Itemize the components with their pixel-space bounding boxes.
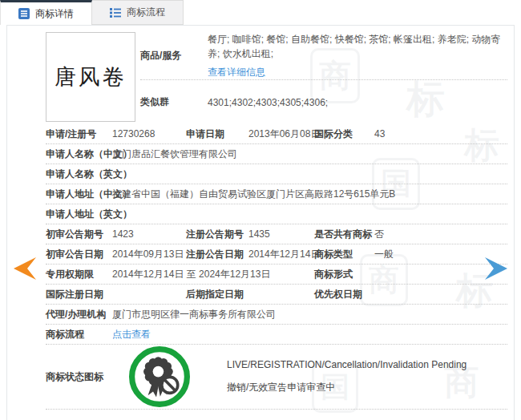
tab-bar: 商标详情 商标流程 (0, 0, 184, 25)
field-label: 申请人地址（英文） (46, 208, 112, 221)
field-label: 申请人名称（英文） (46, 168, 112, 181)
click-to-view-link[interactable]: 点击查看 (112, 328, 151, 341)
field-value: 1423 (112, 228, 186, 240)
field-label: 后期指定日期 (186, 288, 248, 301)
field-value: 否 (374, 228, 507, 241)
field-label: 是否共有商标 (314, 228, 374, 241)
tab-label: 商标详情 (35, 7, 74, 21)
field-value: 12730268 (112, 128, 186, 139)
status-text: LIVE/REGISTRATION/Cancellation/Invalidat… (227, 359, 466, 394)
goods-services-list: 餐厅; 咖啡馆; 餐馆; 自助餐馆; 快餐馆; 茶馆; 帐篷出租; 养老院; 动… (208, 32, 507, 61)
field-value: 1435 (248, 228, 314, 240)
trademark-image: 唐风卷 (46, 32, 135, 122)
table-row: 初审公告日期 2014年09月13日 注册公告日期 2014年12月14日 商标… (46, 244, 507, 265)
table-row: 国际注册日期 后期指定日期 优先权日期 (46, 285, 507, 305)
similar-group-label: 类似群 (140, 95, 208, 109)
similar-group-value: 4301;4302;4303;4305;4306; (208, 95, 507, 110)
goods-services-block: 商品/服务 餐厅; 咖啡馆; 餐馆; 自助餐馆; 快餐馆; 茶馆; 帐篷出租; … (140, 32, 507, 124)
similar-group-row: 类似群 4301;4302;4303;4305;4306; (140, 80, 507, 124)
field-value: 2014年12月14日 (248, 248, 314, 261)
next-arrow-button[interactable] (484, 256, 511, 281)
table-row: 申请人地址（中文） 福建省中国（福建）自由贸易试验区厦门片区高殿路12号615单… (46, 184, 507, 204)
list-icon (110, 7, 121, 18)
table-row: 申请人地址（英文） (46, 204, 507, 224)
table-row: 申请人名称（英文） (46, 164, 507, 184)
status-label: 商标状态图标 (46, 370, 122, 384)
field-label: 国际分类 (314, 127, 374, 141)
field-label: 商标形式 (314, 268, 374, 281)
field-label: 商标流程 (46, 328, 112, 341)
detail-content: 唐风卷 商品/服务 餐厅; 咖啡馆; 餐馆; 自助餐馆; 快餐馆; 茶馆; 帐篷… (46, 32, 507, 410)
trademark-status-badge-icon (127, 345, 192, 409)
tab-trademark-process[interactable]: 商标流程 (92, 0, 184, 25)
field-value: 2014年09月13日 (112, 248, 186, 261)
table-row: 专用权期限 2014年12月14日 至 2024年12月13日 商标形式 (46, 265, 507, 285)
field-label: 代理/办理机构 (46, 308, 112, 321)
field-label: 申请/注册号 (46, 127, 112, 141)
field-label: 申请人名称（中文） (46, 147, 112, 161)
previous-arrow-button[interactable] (10, 256, 37, 281)
field-value: 43 (374, 128, 507, 139)
field-label: 初审公告期号 (46, 228, 112, 241)
table-row: 申请/注册号 12730268 申请日期 2013年06月08日 国际分类 43 (46, 124, 507, 144)
view-details-link[interactable]: 查看详细信息 (208, 65, 265, 79)
table-row: 申请人名称（中文） 厦门唐品汇餐饮管理有限公司 (46, 144, 507, 164)
field-label: 国际注册日期 (46, 288, 112, 301)
process-value: 点击查看 (112, 328, 507, 341)
tab-label: 商标流程 (127, 6, 165, 19)
table-row: 初审公告期号 1423 注册公告期号 1435 是否共有商标 否 (46, 224, 507, 244)
table-row: 商标流程 点击查看 (46, 325, 507, 345)
field-label: 初审公告日期 (46, 248, 112, 261)
field-label: 申请日期 (186, 127, 248, 141)
field-label: 优先权日期 (314, 288, 374, 301)
field-value: 厦门市思明区律一商标事务所有限公司 (112, 308, 507, 321)
goods-services-label: 商品/服务 (140, 49, 208, 63)
status-line-en: LIVE/REGISTRATION/Cancellation/Invalidat… (227, 359, 466, 370)
field-value: 2014年12月14日 至 2024年12月13日 (112, 268, 314, 281)
tab-trademark-details[interactable]: 商标详情 (0, 0, 92, 25)
field-value: 2013年06月08日 (248, 127, 314, 141)
trademark-detail-panel: 商 标 国 标 商 标 国 商 唐风卷 商品/服务 餐厅; 咖啡馆; 餐馆; 自… (6, 25, 515, 420)
field-value: 厦门唐品汇餐饮管理有限公司 (112, 147, 507, 161)
trademark-name: 唐风卷 (55, 63, 127, 91)
field-label: 商标类型 (314, 248, 374, 261)
goods-services-row: 商品/服务 餐厅; 咖啡馆; 餐馆; 自助餐馆; 快餐馆; 茶馆; 帐篷出租; … (140, 32, 507, 80)
field-label: 注册公告日期 (186, 248, 248, 261)
status-line-cn: 撤销/无效宣告申请审查中 (227, 381, 466, 394)
table-row: 代理/办理机构 厦门市思明区律一商标事务所有限公司 (46, 305, 507, 325)
document-icon (18, 8, 30, 19)
field-label: 专用权期限 (46, 268, 112, 281)
trademark-status-row: 商标状态图标 (46, 345, 507, 410)
field-label: 注册公告期号 (186, 228, 248, 241)
goods-services-value: 餐厅; 咖啡馆; 餐馆; 自助餐馆; 快餐馆; 茶馆; 帐篷出租; 养老院; 动… (208, 32, 507, 79)
detail-table: 申请/注册号 12730268 申请日期 2013年06月08日 国际分类 43… (46, 124, 507, 410)
field-label: 申请人地址（中文） (46, 188, 112, 201)
top-section: 唐风卷 商品/服务 餐厅; 咖啡馆; 餐馆; 自助餐馆; 快餐馆; 茶馆; 帐篷… (46, 32, 507, 124)
field-value: 福建省中国（福建）自由贸易试验区厦门片区高殿路12号615单元B (112, 188, 507, 201)
